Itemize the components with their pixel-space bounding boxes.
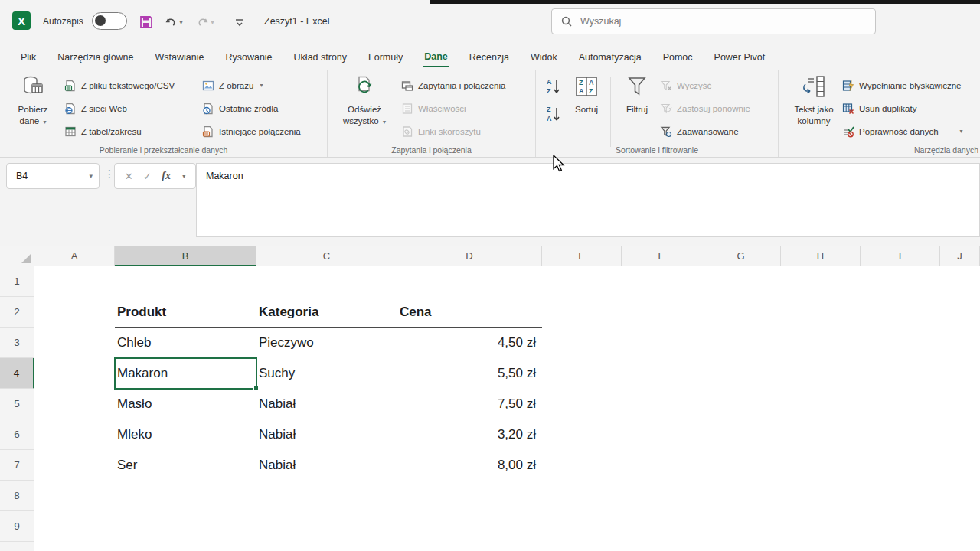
column-header-C[interactable]: C bbox=[256, 246, 397, 266]
row-header-10[interactable]: 10 bbox=[0, 542, 34, 551]
tab-rysowanie[interactable]: Rysowanie bbox=[214, 46, 283, 69]
row-header-8[interactable]: 8 bbox=[0, 481, 34, 511]
tab-plik[interactable]: Plik bbox=[10, 46, 47, 69]
column-header-B[interactable]: B bbox=[115, 246, 256, 266]
data-cell[interactable]: Nabiał bbox=[256, 389, 397, 419]
web-icon bbox=[64, 103, 77, 115]
undo-dropdown-chevron-icon: ▾ bbox=[179, 19, 182, 26]
tab-dane[interactable]: Dane bbox=[413, 46, 459, 69]
header-cell-produkt[interactable]: Produkt bbox=[115, 297, 256, 328]
workbook-links-button[interactable]: Linki skoroszytu bbox=[401, 123, 505, 139]
tab-widok[interactable]: Widok bbox=[520, 46, 568, 69]
row-header-2[interactable]: 2 bbox=[0, 297, 34, 328]
data-validation-button[interactable]: Poprawność danych ▾ bbox=[842, 123, 963, 139]
insert-function-icon[interactable]: fx bbox=[162, 170, 171, 182]
formula-input[interactable]: Makaron bbox=[196, 163, 980, 237]
column-header-I[interactable]: I bbox=[861, 246, 940, 266]
group4-column: Wypełnianie błyskawiczne Usuń duplikaty … bbox=[842, 77, 963, 139]
filter-label: Filtruj bbox=[626, 104, 648, 115]
group-label: Sortowanie i filtrowanie bbox=[536, 145, 778, 155]
row-header-5[interactable]: 5 bbox=[0, 389, 34, 419]
column-header-G[interactable]: G bbox=[701, 246, 781, 266]
redo-button[interactable]: ▾ bbox=[195, 13, 215, 31]
column-header-A[interactable]: A bbox=[34, 246, 115, 266]
sort-button[interactable]: ZAAZ Sortuj bbox=[568, 75, 605, 116]
svg-text:A: A bbox=[547, 115, 552, 122]
filter-icon bbox=[625, 75, 649, 100]
data-cell[interactable]: Makaron bbox=[115, 358, 256, 389]
data-cell[interactable]: Mleko bbox=[115, 419, 256, 450]
header-cell-cena[interactable]: Cena bbox=[397, 297, 542, 328]
clear-filter-button[interactable]: Wyczyść bbox=[660, 77, 750, 93]
data-cell[interactable]: 5,50 zł bbox=[397, 358, 542, 389]
svg-text:A: A bbox=[547, 78, 552, 86]
column-header-F[interactable]: F bbox=[622, 246, 701, 266]
from-table-range-button[interactable]: Z tabel/zakresu bbox=[64, 123, 175, 139]
from-web-button[interactable]: Z sieci Web bbox=[64, 100, 175, 116]
search-box[interactable] bbox=[551, 8, 876, 34]
flash-fill-button[interactable]: Wypełnianie błyskawiczne bbox=[842, 77, 963, 93]
data-cell[interactable]: Masło bbox=[115, 389, 256, 419]
from-picture-button[interactable]: Z obrazu ▾ bbox=[202, 77, 301, 93]
row-headers: 12345678910 bbox=[0, 266, 34, 551]
tab-pomoc[interactable]: Pomoc bbox=[652, 46, 704, 69]
row-header-7[interactable]: 7 bbox=[0, 450, 34, 481]
tab-power-pivot[interactable]: Power Pivot bbox=[704, 46, 776, 69]
header-cell-kategoria[interactable]: Kategoria bbox=[256, 297, 397, 328]
column-header-E[interactable]: E bbox=[542, 246, 622, 266]
data-cell[interactable]: 3,20 zł bbox=[397, 419, 542, 450]
column-header-D[interactable]: D bbox=[397, 246, 542, 266]
sort-ascending-button[interactable]: AZ bbox=[542, 75, 565, 99]
tab-narzędzia-główne[interactable]: Narzędzia główne bbox=[47, 46, 144, 69]
row-header-1[interactable]: 1 bbox=[0, 266, 34, 297]
column-header-J[interactable]: J bbox=[940, 246, 980, 266]
name-box[interactable]: B4 ▾ bbox=[6, 163, 100, 189]
column-header-H[interactable]: H bbox=[781, 246, 861, 266]
advanced-filter-button[interactable]: Zaawansowane bbox=[660, 123, 750, 139]
select-all-corner[interactable] bbox=[0, 246, 34, 266]
properties-button[interactable]: Właściwości bbox=[401, 100, 505, 116]
tab-recenzja[interactable]: Recenzja bbox=[459, 46, 520, 69]
column-headers: ABCDEFGHIJ bbox=[0, 246, 980, 266]
search-input[interactable] bbox=[579, 15, 854, 28]
tab-formuły[interactable]: Formuły bbox=[358, 46, 413, 69]
refresh-all-label: Odśwież wszystko bbox=[343, 105, 381, 125]
sheet-cells[interactable]: ProduktKategoriaCenaChlebPieczywo4,50 zł… bbox=[34, 266, 980, 551]
refresh-all-button[interactable]: Odśwież wszystko ▾ bbox=[338, 75, 390, 126]
text-to-columns-button[interactable]: Tekst jako kolumny bbox=[789, 75, 839, 126]
formula-bar-expand-chevron-icon[interactable]: ▾ bbox=[182, 173, 185, 180]
data-cell[interactable]: Pieczywo bbox=[256, 328, 397, 358]
title-bar: X Autozapis ▾ ▾ Zeszyt1 - Excel bbox=[0, 0, 980, 44]
reapply-filter-button[interactable]: Zastosuj ponownie bbox=[660, 100, 750, 116]
row-header-6[interactable]: 6 bbox=[0, 419, 34, 450]
autosave-toggle[interactable] bbox=[92, 12, 127, 30]
from-text-csv-button[interactable]: Z pliku tekstowego/CSV bbox=[64, 77, 175, 93]
tab-układ-strony[interactable]: Układ strony bbox=[283, 46, 358, 69]
enter-icon[interactable]: ✓ bbox=[143, 171, 152, 182]
save-button[interactable] bbox=[136, 13, 156, 31]
recent-sources-button[interactable]: Ostatnie źródła bbox=[202, 100, 301, 116]
data-cell[interactable]: 7,50 zł bbox=[397, 389, 542, 419]
data-cell[interactable]: Suchy bbox=[256, 358, 397, 389]
data-cell[interactable]: 8,00 zł bbox=[397, 450, 542, 481]
row-header-4[interactable]: 4 bbox=[0, 358, 34, 389]
remove-duplicates-button[interactable]: Usuń duplikaty bbox=[842, 100, 963, 116]
get-data-button[interactable]: Pobierz dane ▾ bbox=[9, 75, 57, 126]
tab-wstawianie[interactable]: Wstawianie bbox=[145, 46, 215, 69]
queries-connections-button[interactable]: Zapytania i połączenia bbox=[401, 77, 505, 93]
existing-connections-button[interactable]: Istniejące połączenia bbox=[202, 123, 301, 139]
data-cell[interactable]: Nabiał bbox=[256, 450, 397, 481]
dropdown-chevron-icon: ▾ bbox=[383, 119, 386, 126]
tab-automatyzacja[interactable]: Automatyzacja bbox=[568, 46, 652, 69]
undo-button[interactable]: ▾ bbox=[164, 13, 184, 31]
row-header-3[interactable]: 3 bbox=[0, 328, 34, 358]
filter-button[interactable]: Filtruj bbox=[617, 75, 657, 116]
data-cell[interactable]: 4,50 zł bbox=[397, 328, 542, 358]
data-cell[interactable]: Nabiał bbox=[256, 419, 397, 450]
data-cell[interactable]: Chleb bbox=[115, 328, 256, 358]
sort-descending-button[interactable]: ZA bbox=[542, 103, 565, 127]
customize-toolbar-button[interactable] bbox=[230, 13, 250, 31]
row-header-9[interactable]: 9 bbox=[0, 511, 34, 542]
cancel-icon[interactable]: ✕ bbox=[125, 171, 133, 182]
data-cell[interactable]: Ser bbox=[115, 450, 256, 481]
